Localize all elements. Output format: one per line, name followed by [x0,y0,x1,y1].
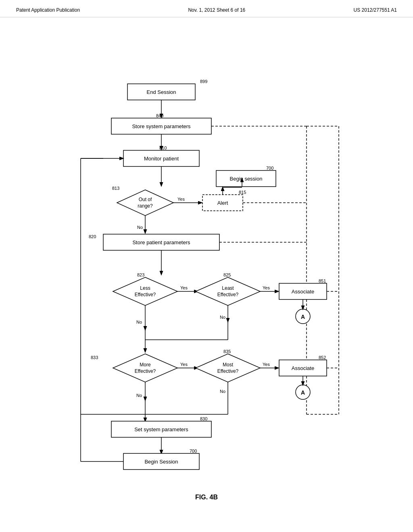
store-system-label: Store system parameters [132,123,191,129]
less-effective-diamond [113,277,177,305]
circle-a-851-label: A [301,314,305,320]
less-effective-line2: Effective? [135,292,156,297]
ref-700-bot: 700 [190,449,197,453]
ref-899: 899 [200,79,207,84]
no-label-more: No [136,393,142,398]
begin-session-bot-label: Begin Session [144,459,178,465]
ref-825: 825 [223,272,231,277]
yes-label-most: Yes [263,362,270,367]
header-center: Nov. 1, 2012 Sheet 6 of 16 [188,7,245,13]
monitor-patient-label: Monitor patient [144,156,179,162]
more-effective-line1: More [140,362,151,368]
store-patient-label: Store patient parameters [132,239,190,245]
no-label-less: No [136,320,142,324]
ref-813: 813 [112,186,119,191]
least-effective-line2: Effective? [217,292,239,297]
no-label-least: No [220,315,225,320]
circle-a-852-label: A [301,389,305,396]
out-of-range-line1: Out of [139,197,152,202]
yes-label-less: Yes [180,285,188,290]
no-label-outofrange: No [137,225,143,230]
begin-session-top-label: Begin session [230,176,263,182]
out-of-range-diamond [117,190,173,216]
associate-852-label: Associate [292,365,314,371]
ref-851: 851 [319,278,326,283]
ref-840: 840 [156,113,163,118]
ref-810: 810 [159,145,167,150]
end-session-label: End Session [147,89,176,95]
most-effective-line1: Most [223,362,234,368]
more-effective-diamond [113,354,177,382]
set-system-label: Set system parameters [134,426,188,432]
ref-852: 852 [319,355,326,360]
ref-820: 820 [89,234,96,239]
least-effective-line1: Least [222,285,234,291]
ref-700-top: 700 [266,166,273,170]
no-label-most: No [220,389,225,394]
most-effective-line2: Effective? [217,368,239,374]
out-of-range-line2: range? [138,203,153,209]
most-effective-diamond [196,354,260,382]
yes-label-more: Yes [180,362,188,367]
ref-830: 830 [200,416,207,421]
associate-851-label: Associate [292,289,314,295]
header-right: US 2012/277551 A1 [354,7,397,13]
page-header: Patent Application Publication Nov. 1, 2… [0,0,413,17]
header-left: Patent Application Publication [16,7,80,13]
yes-label-least: Yes [263,285,270,290]
least-effective-diamond [196,277,260,305]
alert-label: Alert [217,200,228,206]
figure-label: FIG. 4B [0,494,413,501]
yes-label-outofrange: Yes [177,197,185,202]
ref-823: 823 [137,272,144,277]
more-effective-line2: Effective? [135,368,156,374]
flowchart-svg: End Session 899 Store system parameters … [0,17,413,513]
ref-835: 835 [223,349,231,354]
less-effective-line1: Less [140,285,150,291]
ref-833: 833 [91,355,98,360]
ref-815: 815 [239,190,246,195]
diagram-area: End Session 899 Store system parameters … [0,17,413,513]
